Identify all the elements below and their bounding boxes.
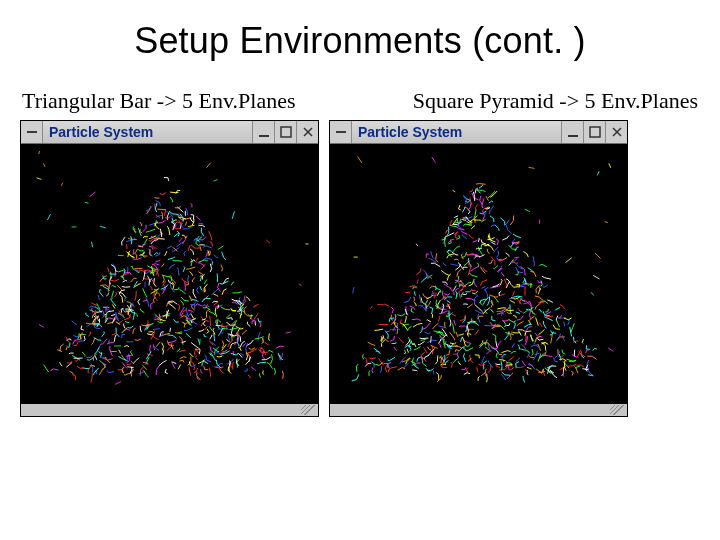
close-button[interactable] [605,121,627,143]
viewport [330,144,627,404]
maximize-button[interactable] [583,121,605,143]
titlebar[interactable]: Particle System [21,121,318,144]
window-square-pyramid: Particle System [329,120,628,417]
minimize-button[interactable] [561,121,583,143]
maximize-button[interactable] [274,121,296,143]
caption-left: Triangular Bar -> 5 Env.Planes [22,88,296,114]
svg-rect-0 [259,135,269,137]
system-menu-icon[interactable] [21,121,43,143]
window-footer [330,404,627,416]
resize-grip-icon[interactable] [301,405,315,415]
system-menu-icon[interactable] [330,121,352,143]
caption-row: Triangular Bar -> 5 Env.Planes Square Py… [22,88,698,114]
particle-cloud [330,144,627,404]
minimize-button[interactable] [252,121,274,143]
window-triangular-bar: Particle System [20,120,319,417]
svg-rect-3 [590,127,600,137]
panel-row: Particle System Part [20,120,700,417]
viewport [21,144,318,404]
titlebar[interactable]: Particle System [330,121,627,144]
page-title: Setup Environments (cont. ) [20,20,700,62]
window-title: Particle System [43,121,252,143]
particle-cloud [21,144,318,404]
svg-rect-2 [568,135,578,137]
svg-rect-1 [281,127,291,137]
window-title: Particle System [352,121,561,143]
resize-grip-icon[interactable] [610,405,624,415]
window-footer [21,404,318,416]
slide: Setup Environments (cont. ) Triangular B… [0,0,720,540]
close-button[interactable] [296,121,318,143]
caption-right: Square Pyramid -> 5 Env.Planes [413,88,698,114]
